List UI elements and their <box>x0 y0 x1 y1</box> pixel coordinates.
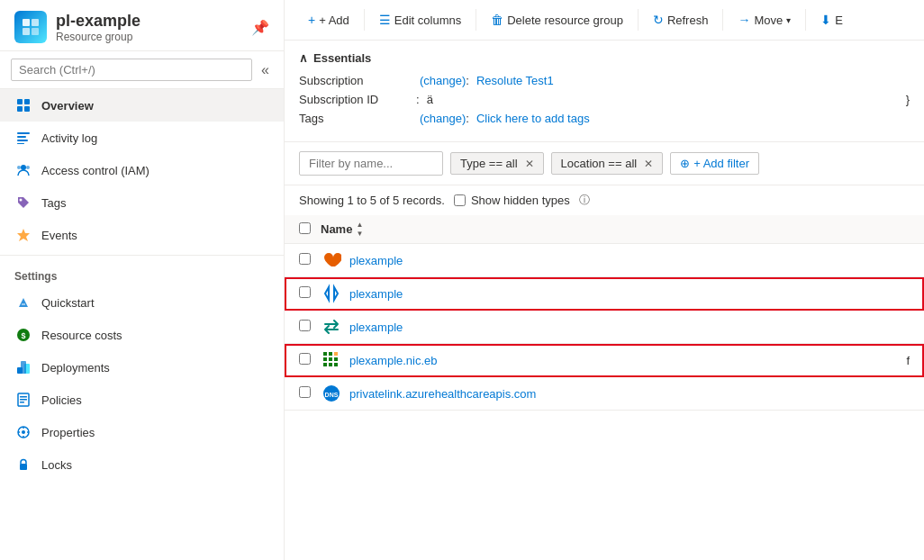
refresh-button[interactable]: ↻ Refresh <box>644 7 718 32</box>
sidebar-item-overview-label: Overview <box>41 99 94 113</box>
access-control-icon <box>14 161 32 179</box>
row-name-2[interactable]: plexample <box>349 287 910 301</box>
sort-icons[interactable]: ▲ ▼ <box>356 221 363 238</box>
svg-rect-8 <box>17 132 30 134</box>
edit-columns-button[interactable]: ☰ Edit columns <box>370 7 470 32</box>
sidebar-item-activity-log-label: Activity log <box>41 131 97 145</box>
row-name-5[interactable]: privatelink.azurehealthcareapis.com <box>349 387 910 401</box>
add-filter-label: + Add filter <box>693 157 749 170</box>
row-checkbox-2[interactable] <box>299 286 311 298</box>
resources-table: Name ▲ ▼ plexample <box>285 215 924 560</box>
sidebar-title-group: pl-example Resource group <box>56 12 140 43</box>
tags-row: Tags (change) : Click here to add tags <box>299 112 910 125</box>
move-button[interactable]: → Move ▾ <box>729 7 800 32</box>
resource-title: pl-example <box>56 12 140 31</box>
svg-text:DNS: DNS <box>325 392 339 398</box>
sidebar-item-deployments[interactable]: Deployments <box>0 351 284 384</box>
show-hidden-checkbox[interactable] <box>454 194 466 206</box>
sidebar-item-access-control-label: Access control (IAM) <box>41 164 149 177</box>
type-filter-tag[interactable]: Type == all ✕ <box>450 152 544 175</box>
location-filter-tag[interactable]: Location == all ✕ <box>551 152 664 175</box>
edit-columns-icon: ☰ <box>379 13 391 27</box>
location-filter-label: Location == all <box>561 157 638 170</box>
download-button[interactable]: ⬇ E <box>811 7 852 32</box>
delete-label: Delete resource group <box>507 14 623 27</box>
table-row[interactable]: plexample.nic.eb f <box>285 344 924 377</box>
edit-columns-label: Edit columns <box>394 14 461 27</box>
table-row[interactable]: plexample <box>285 311 924 344</box>
svg-rect-3 <box>32 28 39 35</box>
name-column-header[interactable]: Name ▲ ▼ <box>321 221 363 238</box>
tags-change[interactable]: (change) <box>420 112 466 125</box>
locks-icon <box>14 456 32 474</box>
sidebar-item-properties[interactable]: Properties <box>0 416 284 448</box>
sidebar-item-events[interactable]: Events <box>0 219 284 251</box>
sidebar-item-resource-costs[interactable]: $ Resource costs <box>0 319 284 351</box>
svg-point-13 <box>26 166 30 169</box>
subscription-label: Subscription <box>299 74 416 87</box>
tags-value[interactable]: Click here to add tags <box>476 112 590 125</box>
table-row[interactable]: plexample <box>285 277 924 311</box>
table-row[interactable]: DNS privatelink.azurehealthcareapis.com <box>285 377 924 411</box>
svg-rect-21 <box>21 361 26 374</box>
table-header-row: Name ▲ ▼ <box>285 215 924 244</box>
policies-icon <box>14 391 32 409</box>
svg-rect-1 <box>32 19 39 26</box>
sidebar-item-policies[interactable]: Policies <box>0 384 284 416</box>
sidebar-item-locks[interactable]: Locks <box>0 448 284 481</box>
row-icon-3 <box>321 316 342 338</box>
search-input[interactable] <box>11 59 252 81</box>
tags-label: Tags <box>299 112 416 125</box>
subscription-change[interactable]: (change) <box>420 74 466 87</box>
type-filter-close-icon[interactable]: ✕ <box>525 158 534 170</box>
pin-icon[interactable]: 📌 <box>251 19 269 36</box>
toolbar-divider-5 <box>805 9 806 31</box>
show-hidden-label: Show hidden types <box>471 194 570 207</box>
select-all-checkbox[interactable] <box>299 222 311 234</box>
tags-icon <box>14 194 32 212</box>
filters-section: Type == all ✕ Location == all ✕ ⊕ + Add … <box>285 142 924 185</box>
row-checkbox-1[interactable] <box>299 253 311 265</box>
quickstart-icon <box>14 294 32 312</box>
filter-name-input[interactable] <box>299 151 443 176</box>
sidebar-item-tags[interactable]: Tags <box>0 186 284 219</box>
sidebar-item-activity-log[interactable]: Activity log <box>0 122 284 154</box>
sidebar-item-resource-costs-label: Resource costs <box>41 329 122 342</box>
subscription-id-value: ä <box>427 93 433 106</box>
properties-icon <box>14 423 32 441</box>
deployments-icon <box>14 358 32 376</box>
subscription-value[interactable]: Resolute Test1 <box>476 74 554 87</box>
records-count-text: Showing 1 to 5 of 5 records. <box>299 194 445 207</box>
table-row[interactable]: plexample <box>285 244 924 277</box>
delete-button[interactable]: 🗑 Delete resource group <box>482 7 632 32</box>
svg-rect-43 <box>334 363 338 366</box>
svg-rect-32 <box>20 464 27 470</box>
move-chevron-icon: ▾ <box>786 15 791 25</box>
location-filter-close-icon[interactable]: ✕ <box>644 158 653 170</box>
row-name-4[interactable]: plexample.nic.eb <box>349 354 906 367</box>
download-label: E <box>835 14 843 27</box>
row-name-3[interactable]: plexample <box>349 321 910 334</box>
row-checkbox-cell-5 <box>299 386 321 401</box>
row-checkbox-5[interactable] <box>299 386 311 398</box>
sidebar-item-access-control[interactable]: Access control (IAM) <box>0 154 284 186</box>
row-name-1[interactable]: plexample <box>349 254 910 267</box>
sidebar-item-overview[interactable]: Overview <box>0 89 284 122</box>
svg-point-15 <box>20 199 23 202</box>
collapse-button[interactable]: « <box>258 60 273 80</box>
row-checkbox-3[interactable] <box>299 320 311 331</box>
svg-rect-10 <box>17 140 28 141</box>
sidebar-item-policies-label: Policies <box>41 393 82 407</box>
row-checkbox-4[interactable] <box>299 353 311 365</box>
sidebar-item-quickstart[interactable]: Quickstart <box>0 286 284 319</box>
info-icon[interactable]: ⓘ <box>579 193 590 208</box>
svg-rect-37 <box>334 352 338 356</box>
essentials-header[interactable]: ∧ Essentials <box>299 51 910 65</box>
add-icon: + <box>308 13 315 27</box>
add-filter-button[interactable]: ⊕ + Add filter <box>670 152 759 175</box>
show-hidden-types-control[interactable]: Show hidden types <box>454 194 570 207</box>
sidebar-item-deployments-label: Deployments <box>41 361 110 375</box>
refresh-label: Refresh <box>667 14 709 27</box>
essentials-title: Essentials <box>313 51 371 65</box>
add-button[interactable]: + + Add <box>299 7 358 32</box>
